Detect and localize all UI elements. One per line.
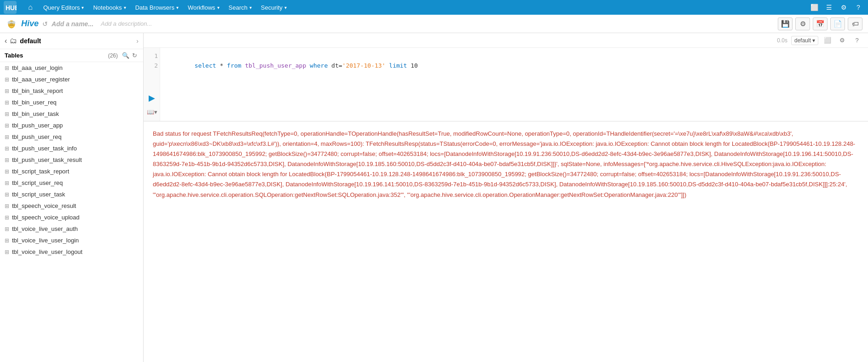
- table-list-item[interactable]: ⊞tbl_push_user_task_result: [0, 154, 143, 166]
- nav-data-browsers[interactable]: Data Browsers ▾: [131, 0, 183, 15]
- db-selector-value: default: [794, 37, 811, 44]
- table-list-item[interactable]: ⊞tbl_speech_voice_upload: [0, 212, 143, 223]
- svg-point-3: [8, 21, 12, 24]
- editor-settings-icon[interactable]: ⚙: [837, 35, 848, 46]
- table-list-item[interactable]: ⊞tbl_push_user_task_info: [0, 143, 143, 154]
- table-name-label: tbl_bin_task_report: [12, 87, 63, 94]
- svg-point-4: [12, 21, 15, 24]
- nav-search[interactable]: Search ▾: [224, 0, 256, 15]
- nav-security[interactable]: Security ▾: [256, 0, 291, 15]
- data-browsers-arrow: ▾: [176, 5, 179, 10]
- explain-button[interactable]: 📖▾: [146, 106, 157, 117]
- add-name-input[interactable]: Add a name...: [52, 20, 93, 28]
- toolbar-buttons: 💾 ⚙ 📅 📄 🏷: [778, 17, 862, 30]
- table-grid-icon: ⊞: [5, 122, 9, 129]
- table-grid-icon: ⊞: [5, 76, 9, 83]
- table-list-item[interactable]: ⊞tbl_script_user_req: [0, 177, 143, 189]
- new-document-icon[interactable]: ⬜: [808, 1, 820, 13]
- run-button[interactable]: ▶: [146, 92, 157, 103]
- code-content[interactable]: select * from tbl_push_user_app where dt…: [160, 48, 868, 121]
- table-list-item[interactable]: ⊞tbl_bin_user_task: [0, 108, 143, 120]
- add-description-input[interactable]: Add a description...: [101, 20, 152, 27]
- tables-label: Tables: [5, 52, 108, 59]
- table-grid-icon: ⊞: [5, 88, 9, 94]
- table-grid-icon: ⊞: [5, 134, 9, 140]
- nav-query-editors[interactable]: Query Editors ▾: [39, 0, 88, 15]
- table-list-item[interactable]: ⊞tbl_bin_task_report: [0, 85, 143, 97]
- help-icon[interactable]: ?: [852, 1, 864, 13]
- table-grid-icon: ⊞: [5, 180, 9, 186]
- hive-logo: [6, 18, 17, 30]
- editor-controls: ▶ 📖▾: [144, 92, 157, 117]
- table-grid-icon: ⊞: [5, 168, 9, 175]
- tables-header: Tables (26) 🔍 ↻: [0, 49, 143, 62]
- table-list-item[interactable]: ⊞tbl_speech_voice_result: [0, 200, 143, 212]
- sidebar-header: ‹ 🗂 default ›: [0, 33, 143, 49]
- table-list-item[interactable]: ⊞tbl_script_task_report: [0, 166, 143, 177]
- table-grid-icon: ⊞: [5, 226, 9, 232]
- app-name: Hive: [21, 19, 39, 29]
- sidebar-back-button[interactable]: ‹: [5, 37, 7, 45]
- tables-search-button[interactable]: 🔍: [121, 52, 131, 59]
- table-name-label: tbl_bin_user_task: [12, 110, 59, 117]
- table-name-label: tbl_bin_user_req: [12, 99, 57, 106]
- table-name-label: tbl_aaa_user_login: [12, 64, 63, 71]
- table-grid-icon: ⊞: [5, 99, 9, 106]
- query-editors-arrow: ▾: [81, 5, 84, 10]
- table-list-item[interactable]: ⊞tbl_voice_live_user_login: [0, 235, 143, 246]
- table-list-item[interactable]: ⊞tbl_aaa_user_login: [0, 62, 143, 74]
- table-name-label: tbl_voice_live_user_logout: [12, 248, 82, 255]
- save-button[interactable]: 💾: [778, 17, 793, 30]
- table-name-label: tbl_script_task_report: [12, 168, 69, 175]
- table-name-label: tbl_push_user_task_info: [12, 145, 77, 152]
- line-number-2: 2: [145, 61, 158, 71]
- error-output: Bad status for request TFetchResultsReq(…: [144, 121, 868, 362]
- table-list-item[interactable]: ⊞tbl_push_user_app: [0, 120, 143, 131]
- db-selector-arrow: ▾: [812, 37, 815, 44]
- tables-refresh-button[interactable]: ↻: [131, 52, 139, 59]
- keyword-limit: limit: [389, 62, 407, 69]
- tag-button[interactable]: 🏷: [848, 17, 862, 30]
- keyword-from: from: [227, 62, 241, 69]
- settings-icon[interactable]: ⚙: [838, 1, 850, 13]
- tables-count: (26): [108, 52, 118, 59]
- topnav-right-icons: ⬜ ☰ ⚙ ?: [808, 1, 864, 13]
- workflows-arrow: ▾: [217, 5, 220, 10]
- app-toolbar: Hive ↺ Add a name... Add a description..…: [0, 15, 868, 33]
- nav-workflows[interactable]: Workflows ▾: [183, 0, 224, 15]
- line-number-1: 1: [145, 52, 158, 61]
- code-editor[interactable]: 1 2 select * from tbl_push_user_app wher…: [144, 48, 868, 121]
- table-list-item[interactable]: ⊞tbl_script_user_task: [0, 189, 143, 200]
- settings-button[interactable]: ⚙: [795, 17, 810, 30]
- list-view-icon[interactable]: ☰: [823, 1, 835, 13]
- sidebar: ‹ 🗂 default › Tables (26) 🔍 ↻ ⊞tbl_aaa_u…: [0, 33, 144, 362]
- code-plain-2: dt=: [328, 62, 342, 69]
- table-list-item[interactable]: ⊞tbl_voice_live_user_logout: [0, 246, 143, 258]
- database-icon: 🗂: [10, 37, 17, 45]
- nav-notebooks[interactable]: Notebooks ▾: [88, 0, 130, 15]
- security-arrow: ▾: [284, 5, 287, 10]
- sidebar-collapse-button[interactable]: ›: [136, 37, 139, 45]
- home-button[interactable]: ⌂: [24, 1, 37, 14]
- schedule-button[interactable]: 📅: [813, 17, 827, 30]
- table-list-item[interactable]: ⊞tbl_bin_user_req: [0, 97, 143, 108]
- bee-icon: [6, 18, 17, 30]
- table-grid-icon: ⊞: [5, 65, 9, 71]
- table-name-label: tbl_voice_live_user_auth: [12, 225, 78, 232]
- svg-text:HUE: HUE: [6, 4, 17, 11]
- editor-help-icon[interactable]: ?: [851, 35, 862, 46]
- editor-fullscreen-icon[interactable]: ⬜: [822, 35, 833, 46]
- undo-icon[interactable]: ↺: [42, 20, 48, 28]
- table-grid-icon: ⊞: [5, 249, 9, 255]
- table-grid-icon: ⊞: [5, 237, 9, 244]
- table-list-item[interactable]: ⊞tbl_push_user_req: [0, 131, 143, 143]
- table-list: ⊞tbl_aaa_user_login⊞tbl_aaa_user_registe…: [0, 62, 143, 362]
- editor-topbar: 0.0s default ▾ ⬜ ⚙ ?: [144, 33, 868, 48]
- table-grid-icon: ⊞: [5, 214, 9, 221]
- table-name-label: tbl_push_user_task_result: [12, 156, 82, 163]
- new-query-button[interactable]: 📄: [830, 17, 845, 30]
- db-selector[interactable]: default ▾: [791, 36, 818, 45]
- table-list-item[interactable]: ⊞tbl_aaa_user_register: [0, 74, 143, 85]
- table-list-item[interactable]: ⊞tbl_voice_live_user_auth: [0, 223, 143, 235]
- search-arrow: ▾: [249, 5, 252, 10]
